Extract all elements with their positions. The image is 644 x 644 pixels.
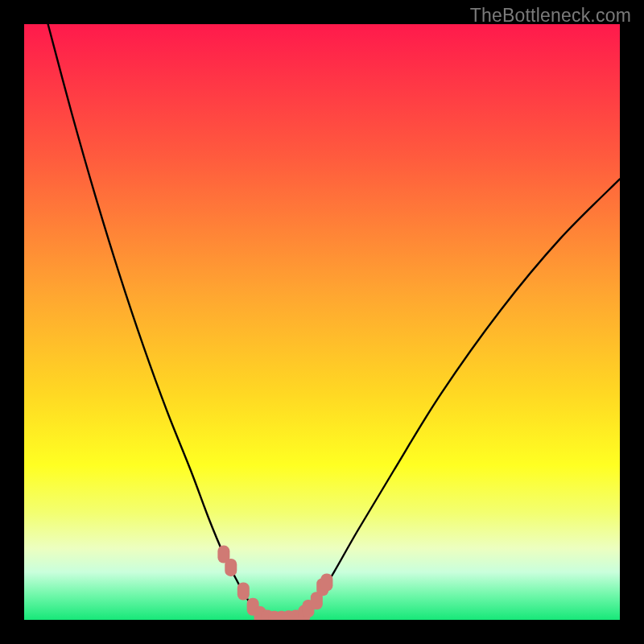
curve-marker: [225, 559, 237, 576]
curve-layer: [24, 24, 620, 620]
outer-frame: TheBottleneck.com: [0, 0, 644, 644]
bottleneck-curve: [48, 24, 620, 620]
plot-area: [24, 24, 620, 620]
curve-markers: [217, 546, 332, 620]
watermark-text: TheBottleneck.com: [470, 5, 631, 27]
curve-marker: [237, 582, 250, 600]
curve-marker: [320, 573, 332, 591]
